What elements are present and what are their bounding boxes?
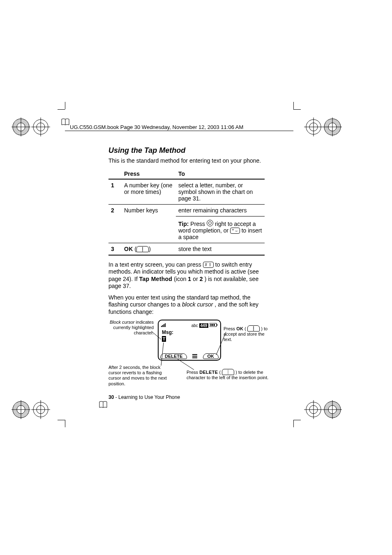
step-to: enter remaining characters [176,204,265,216]
callout-delete: Press DELETE ( ┊ ) to delete the charact… [187,369,269,380]
tip-text: Press [190,221,207,227]
svg-rect-34 [161,326,162,327]
step-press: A number key (one or more times) [122,179,176,205]
crop-tick [65,102,65,109]
table-row: 1 A number key (one or more times) selec… [108,179,265,205]
step-number: 2 [108,204,122,216]
regmark-shaded-icon [323,400,342,419]
table-row: 3 OK (┋) store the text [108,243,265,255]
book-icon [99,400,108,409]
para-switch-methods: In a text entry screen, you can press # … [108,261,265,290]
icon2: 2 [200,276,203,282]
crop-tick [293,420,294,427]
menu-icon [192,354,197,358]
text: Press [224,326,236,331]
book-icon [61,117,70,127]
regmark-shaded-icon [12,400,30,419]
regmark-icon [304,117,323,136]
ok-label: OK [124,246,133,252]
tap-method-label: Tap Method [139,276,173,282]
phone-diagram: Block cursor indicates currently highlig… [108,320,265,402]
para-block-cursor: When you enter text using the standard t… [108,294,265,316]
header-rule [65,131,293,131]
col-to: To [176,169,265,179]
svg-rect-36 [164,324,164,327]
svg-rect-39 [217,324,217,326]
signal-icon [161,323,168,328]
text: In a text entry screen, you can press [108,261,203,268]
step-number: 1 [108,179,122,205]
intro-text: This is the standard method for entering… [108,157,265,165]
icon1: 1 [188,276,191,282]
page-number: 30 [108,394,114,400]
step-press: OK (┋) [122,243,176,255]
battery-icon [210,323,218,328]
svg-rect-40 [210,324,212,326]
callout-ok: Press OK ( ┋ ) to accept and store the t… [224,325,269,343]
regmark-shaded-icon [323,117,342,136]
svg-line-46 [178,359,194,370]
step-tip: Tip: Press right to accept a word comple… [176,216,265,243]
svg-rect-35 [162,325,163,327]
text: or [193,276,199,282]
text: ( [219,370,221,375]
step-to-line1: enter remaining characters [178,207,247,214]
tip-label: Tip: [178,221,189,227]
step-to: store the text [176,243,265,255]
regmark-icon [31,117,50,136]
crop-tick [293,109,301,110]
leader-line [216,332,226,356]
page-footer: 30 - Learning to Use Your Phone [108,394,180,400]
text: ( [244,326,246,331]
running-header: UG.C550.GSM.book Page 30 Wednesday, Nove… [70,124,300,130]
crop-tick [58,420,65,420]
svg-rect-37 [165,323,166,327]
callout-term: Block cursor [110,320,135,325]
leader-line [161,343,173,368]
svg-line-44 [216,332,226,355]
print-page: UG.C550.GSM.book Page 30 Wednesday, Nove… [0,0,392,555]
regmark-icon [304,400,323,419]
step-number: 3 [108,243,122,255]
section-title: Using the Tap Method [108,146,265,155]
left-softkey-icon: ┊ [222,369,234,375]
crop-tick [293,420,301,420]
crop-tick [58,109,65,110]
callout-block-cursor: Block cursor indicates currently highlig… [96,320,154,336]
leader-line [178,359,198,372]
step-press: Number keys [122,204,176,216]
col-press: Press [122,169,176,179]
right-softkey-icon: ┋ [247,325,260,332]
crop-tick [65,420,65,427]
chapter-name: - Learning to Use Your Phone [114,394,180,400]
crop-tick [293,102,294,109]
delete-label: DELETE [199,370,218,375]
table-row: 2 Number keys enter remaining characters [108,204,265,216]
svg-rect-41 [212,324,213,326]
svg-line-45 [161,343,164,366]
mode-indicator: abc [191,323,198,328]
right-softkey-icon: ┋ [136,246,149,252]
table-row: Tip: Press right to accept a word comple… [108,216,265,243]
star-key-icon: * ⌣ [230,228,240,234]
step-to: select a letter, number, or symbol shown… [176,179,265,205]
ok-label: OK [236,326,243,331]
steps-table: Press To 1 A number key (one or more tim… [108,169,265,256]
regmark-icon [31,400,50,419]
text: (icon [174,276,188,282]
nav-key-icon [207,220,213,226]
msg-label: Msg: [162,329,173,335]
char-count-badge: 449 [199,323,209,328]
status-bar: abc 449 [161,323,218,328]
content-area: Using the Tap Method This is the standar… [108,146,265,402]
svg-rect-42 [214,324,215,326]
hash-key-icon: # ⇧ [203,262,214,268]
regmark-shaded-icon [12,117,30,136]
svg-line-43 [151,331,161,339]
block-cursor-term: block cursor [182,301,213,308]
